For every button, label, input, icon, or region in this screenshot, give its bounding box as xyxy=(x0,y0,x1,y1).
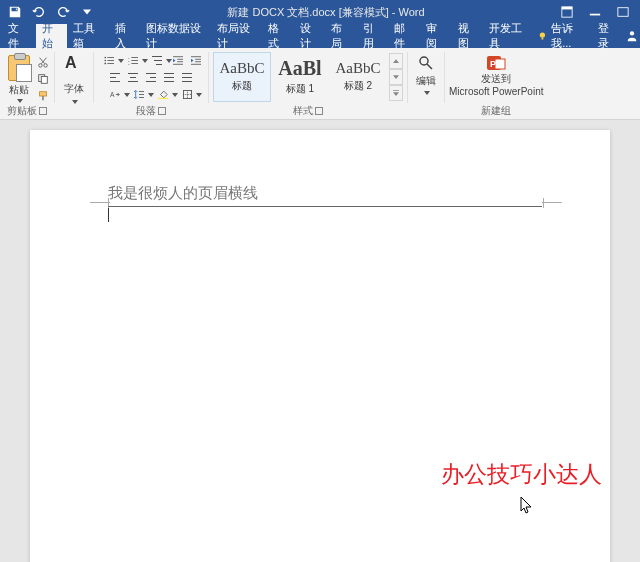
borders-icon xyxy=(183,90,192,99)
align-right-button[interactable] xyxy=(143,70,159,85)
tab-references[interactable]: 引用 xyxy=(357,24,389,48)
svg-rect-5 xyxy=(542,38,544,40)
undo-icon[interactable] xyxy=(32,5,46,19)
header-margin-marker-left xyxy=(90,202,110,203)
tab-developer[interactable]: 开发工具 xyxy=(483,24,534,48)
decrease-indent-button[interactable] xyxy=(170,53,186,68)
styles-scroll xyxy=(389,53,403,101)
font-icon xyxy=(63,56,85,78)
document-area[interactable]: 我是很烦人的页眉横线 办公技巧小达人 xyxy=(0,120,640,562)
line-spacing-button[interactable] xyxy=(128,87,150,102)
align-center-button[interactable] xyxy=(125,70,141,85)
group-editing: 编辑 xyxy=(408,48,444,119)
svg-rect-26 xyxy=(177,59,183,60)
chevron-down-icon xyxy=(196,93,201,96)
paste-button[interactable]: 粘贴 xyxy=(4,51,34,102)
share-button[interactable] xyxy=(624,24,640,48)
login-button[interactable]: 登录 xyxy=(592,24,624,48)
tab-home[interactable]: 开始 xyxy=(36,24,68,48)
svg-rect-10 xyxy=(41,76,47,83)
numbering-icon: 123 xyxy=(128,56,138,65)
expand-icon xyxy=(393,90,399,96)
align-left-button[interactable] xyxy=(107,70,123,85)
borders-button[interactable] xyxy=(176,87,198,102)
styles-scroll-down[interactable] xyxy=(389,69,403,85)
editing-button[interactable]: 编辑 xyxy=(416,55,436,94)
lightbulb-icon xyxy=(538,31,547,41)
tab-design[interactable]: 设计 xyxy=(294,24,326,48)
redo-icon[interactable] xyxy=(56,5,70,19)
svg-rect-24 xyxy=(131,63,138,64)
qat-customize-icon[interactable] xyxy=(80,5,94,19)
svg-rect-31 xyxy=(195,61,201,62)
shading-button[interactable] xyxy=(152,87,174,102)
send-to-button[interactable]: P 发送到 Microsoft PowerPoint xyxy=(449,54,543,97)
format-painter-button[interactable] xyxy=(36,89,50,103)
tab-icon-data-design[interactable]: 图标数据设计 xyxy=(140,24,211,48)
tab-insert[interactable]: 插入 xyxy=(109,24,141,48)
tab-view[interactable]: 视图 xyxy=(452,24,484,48)
svg-rect-41 xyxy=(393,90,399,91)
brush-icon xyxy=(37,90,49,102)
decrease-indent-icon xyxy=(173,56,183,65)
svg-point-17 xyxy=(104,63,106,65)
svg-rect-36 xyxy=(139,97,144,98)
tab-toolbox[interactable]: 工具箱 xyxy=(67,24,108,48)
minimize-icon[interactable] xyxy=(588,5,602,19)
style-item[interactable]: AaBbC标题 xyxy=(213,52,271,102)
tab-layout[interactable]: 布局 xyxy=(325,24,357,48)
multilevel-icon xyxy=(152,56,162,65)
group-label-styles: 样式 xyxy=(293,103,323,119)
align-center-icon xyxy=(128,73,138,82)
align-left-icon xyxy=(110,73,120,82)
svg-rect-3 xyxy=(618,8,628,17)
ribbon-tab-bar: 文件 开始 工具箱 插入 图标数据设计 布局设计 格式 设计 布局 引用 邮件 … xyxy=(0,24,640,48)
group-send: P 发送到 Microsoft PowerPoint 新建组 xyxy=(445,48,547,119)
increase-indent-button[interactable] xyxy=(188,53,204,68)
svg-rect-1 xyxy=(562,7,572,10)
styles-expand[interactable] xyxy=(389,85,403,101)
watermark-text: 办公技巧小达人 xyxy=(441,459,602,490)
font-label: 字体 xyxy=(64,82,84,96)
tab-mailings[interactable]: 邮件 xyxy=(388,24,420,48)
svg-point-42 xyxy=(420,57,428,65)
paste-label: 粘贴 xyxy=(9,83,29,97)
cut-button[interactable] xyxy=(36,55,50,69)
svg-point-7 xyxy=(39,63,42,66)
style-item[interactable]: AaBl标题 1 xyxy=(271,52,329,102)
maximize-icon[interactable] xyxy=(616,5,630,19)
editing-label: 编辑 xyxy=(416,74,436,88)
text-direction-button[interactable]: A xyxy=(104,87,126,102)
tab-file[interactable]: 文件 xyxy=(0,24,36,48)
distribute-button[interactable] xyxy=(179,70,195,85)
svg-rect-37 xyxy=(158,98,168,99)
tab-layout-design[interactable]: 布局设计 xyxy=(211,24,262,48)
align-justify-button[interactable] xyxy=(161,70,177,85)
paint-bucket-icon xyxy=(158,90,168,99)
copy-button[interactable] xyxy=(36,72,50,86)
svg-rect-18 xyxy=(107,63,114,64)
svg-text:P: P xyxy=(490,59,496,69)
tab-format[interactable]: 格式 xyxy=(262,24,294,48)
page-header[interactable]: 我是很烦人的页眉横线 xyxy=(108,184,542,207)
svg-rect-22 xyxy=(131,60,138,61)
font-button[interactable]: 字体 xyxy=(63,56,85,103)
dialog-launcher-icon[interactable] xyxy=(315,107,323,115)
ribbon-display-icon[interactable] xyxy=(560,5,574,19)
save-icon[interactable] xyxy=(8,5,22,19)
style-item[interactable]: AaBbC标题 2 xyxy=(329,52,387,102)
tell-me[interactable]: 告诉我... xyxy=(534,24,592,48)
styles-scroll-up[interactable] xyxy=(389,53,403,69)
scissors-icon xyxy=(37,56,49,68)
numbering-button[interactable]: 123 xyxy=(122,53,144,68)
tab-review[interactable]: 审阅 xyxy=(420,24,452,48)
header-text[interactable]: 我是很烦人的页眉横线 xyxy=(108,184,542,203)
group-font: 字体 xyxy=(55,48,93,119)
svg-text:A: A xyxy=(110,91,115,98)
powerpoint-icon: P xyxy=(485,54,507,72)
multilevel-list-button[interactable] xyxy=(146,53,168,68)
dialog-launcher-icon[interactable] xyxy=(39,107,47,115)
bullets-button[interactable] xyxy=(98,53,120,68)
dialog-launcher-icon[interactable] xyxy=(158,107,166,115)
svg-rect-14 xyxy=(107,57,114,58)
